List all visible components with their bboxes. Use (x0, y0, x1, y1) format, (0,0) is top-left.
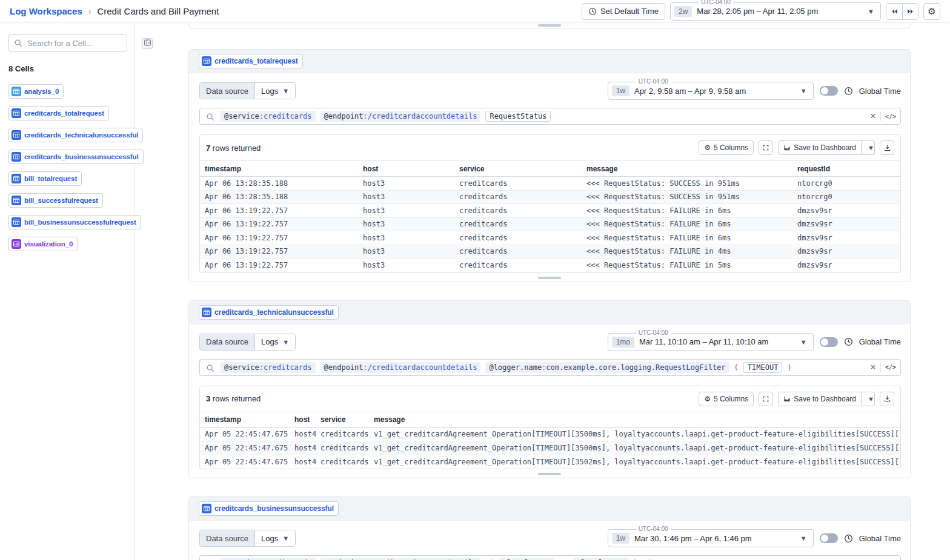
set-default-time-button[interactable]: Set Default Time (582, 3, 665, 20)
breadcrumb[interactable]: Log Workspaces (10, 6, 82, 16)
code-view-icon[interactable]: </> (885, 113, 896, 120)
table-cell-icon (12, 108, 21, 118)
query-token[interactable]: TIMEOUT (743, 362, 783, 373)
cell-name-pill[interactable]: creditcards_totalrequest (199, 54, 303, 68)
query-token[interactable]: @service:creditcards (221, 362, 316, 373)
table-cell: Apr 06 13:28:35.188 (200, 179, 363, 188)
table-cell: host3 (363, 247, 459, 255)
table-cell-icon (12, 152, 21, 162)
table-cell: Apr 06 13:19:22.757 (200, 220, 363, 228)
query-search-bar[interactable]: @service:creditcards @endpoint:/creditca… (199, 359, 901, 376)
table-row[interactable]: Apr 05 22:45:47.675host4creditcardsv1_ge… (200, 441, 900, 455)
save-to-dashboard-caret-button[interactable]: ▼ (862, 392, 875, 406)
table-row[interactable]: Apr 06 13:19:22.757host3creditcards<<< R… (200, 204, 900, 218)
time-shift-back-button[interactable] (886, 4, 902, 19)
cell-resize-handle[interactable] (538, 473, 561, 475)
query-token[interactable]: RequestStatus (485, 111, 551, 122)
table-row[interactable]: Apr 06 13:19:22.757host3creditcards<<< R… (200, 259, 900, 272)
table-row[interactable]: Apr 06 13:19:22.757host3creditcards<<< R… (200, 218, 900, 232)
cell-name-pill[interactable]: creditcards_technicalunsuccessful (199, 305, 339, 320)
query-token[interactable]: @endpoint:/creditcardaccountdetails (321, 362, 481, 373)
save-to-dashboard-button[interactable]: Save to Dashboard (778, 392, 862, 406)
query-operator[interactable]: ) (787, 363, 791, 372)
query-token[interactable]: @endpoint:/creditcardaccountdetails (321, 111, 481, 122)
table-row[interactable]: Apr 06 13:19:22.757host3creditcards<<< R… (200, 231, 900, 245)
code-view-icon[interactable]: </> (885, 364, 896, 371)
table-cell: host4 (294, 458, 321, 466)
expand-button[interactable] (759, 392, 773, 406)
query-operator[interactable]: ( (734, 363, 739, 372)
sidebar-item-analysis-0[interactable]: analysis_0 (8, 84, 64, 99)
expand-button[interactable] (759, 140, 773, 155)
chevron-down-icon: ▼ (868, 8, 874, 15)
data-source-select[interactable]: Logs ▼ (255, 334, 295, 350)
table-cell: dmzsv9sr (797, 220, 900, 228)
columns-button[interactable]: ⚙5 Columns (699, 392, 754, 406)
global-time-label: Global Time (859, 534, 901, 543)
query-search-bar[interactable]: @service:creditcards @endpoint:/creditca… (199, 555, 901, 560)
cell-time-picker[interactable]: UTC-04:00 1mo Mar 11, 10:10 am – Apr 11,… (608, 333, 814, 351)
query-token[interactable]: @endpoint:/creditcardaccountdetails (321, 558, 481, 560)
table-cell: creditcards (459, 193, 586, 201)
clear-query-icon[interactable]: × (870, 363, 876, 372)
rows-returned-label: 3 rows returned (206, 394, 261, 403)
table-row[interactable]: Apr 05 22:45:47.675host4creditcardsv1_ge… (200, 455, 900, 469)
global-time-toggle[interactable] (820, 86, 838, 96)
clock-icon (588, 7, 597, 16)
data-source-select[interactable]: Logs ▼ (255, 530, 295, 546)
table-cell: <<< RequestStatus: FAILURE in 6ms (586, 220, 797, 228)
table-cell-icon (12, 130, 21, 140)
sidebar-item-bill-businessunsuccessfulrequest[interactable]: bill_businessunsuccessfulrequest (8, 215, 141, 229)
query-token[interactable]: @service:creditcards (221, 111, 316, 122)
data-source-control: Data source Logs ▼ (199, 334, 296, 351)
global-time-toggle[interactable] (820, 533, 838, 543)
sidebar-item-creditcards-technicalunsuccessful[interactable]: creditcards_technicalunsuccessful (8, 128, 143, 142)
panel-collapse-icon (144, 38, 151, 49)
table-row[interactable]: Apr 06 13:19:22.757host3creditcards<<< R… (200, 245, 900, 259)
download-button[interactable] (880, 140, 894, 155)
global-time-picker[interactable]: UTC-04:00 2w Mar 28, 2:05 pm – Apr 11, 2… (670, 2, 881, 21)
cell-name-pill[interactable]: creditcards_businessunsuccessful (199, 501, 339, 516)
search-cell-input[interactable] (8, 34, 127, 52)
columns-button[interactable]: ⚙5 Columns (699, 140, 754, 155)
download-button[interactable] (880, 392, 894, 406)
bar-chart-icon (12, 239, 21, 249)
query-token[interactable]: @level:WARN (573, 558, 629, 560)
global-time-label: Global Time (859, 87, 901, 96)
table-cell: <<< RequestStatus: SUCCESS in 951ms (586, 179, 797, 188)
sidebar-item-bill-successfulrequest[interactable]: bill_successfulrequest (8, 193, 103, 208)
table-cell-icon (202, 56, 211, 66)
column-header: service (321, 415, 374, 424)
save-to-dashboard-button[interactable]: Save to Dashboard (778, 140, 862, 155)
query-token[interactable]: @logger.name:com.example.core.logging.Re… (485, 362, 729, 373)
settings-gear-button[interactable]: ⚙ (923, 3, 940, 20)
global-time-toggle[interactable] (820, 337, 838, 347)
table-row[interactable]: Apr 06 13:28:35.188host3creditcards<<< R… (200, 177, 900, 191)
query-token[interactable]: @level:INFO (499, 558, 555, 560)
table-cell: host4 (294, 430, 321, 438)
sidebar-item-visualization-0[interactable]: visualization_0 (8, 237, 78, 251)
dashboard-icon (783, 144, 791, 151)
time-shift-forward-button[interactable] (902, 4, 918, 19)
query-token[interactable]: @service:creditcards (221, 558, 316, 560)
table-header-row: timestamp host service message (200, 412, 900, 428)
cell-resize-handle[interactable] (538, 277, 561, 279)
cell-resize-handle[interactable] (538, 24, 561, 27)
cell-time-picker[interactable]: UTC-04:00 1w Apr 2, 9:58 am – Apr 9, 9:5… (608, 82, 814, 100)
table-cell: host3 (363, 206, 459, 215)
table-cell: <<< RequestStatus: FAILURE in 6ms (586, 234, 797, 242)
table-header-row: timestamp host service message requestId (200, 161, 900, 177)
sidebar-item-creditcards-businessunsuccessful[interactable]: creditcards_businessunsuccessful (8, 150, 144, 164)
sidebar-item-bill-totalrequest[interactable]: bill_totalrequest (8, 171, 82, 186)
collapse-sidebar-button[interactable] (142, 38, 153, 49)
data-source-select[interactable]: Logs ▼ (255, 83, 295, 99)
cell-header: creditcards_businessunsuccessful (189, 497, 910, 521)
table-row[interactable]: Apr 06 13:28:35.188host3creditcards<<< R… (200, 191, 900, 205)
query-search-bar[interactable]: @service:creditcards @endpoint:/creditca… (199, 108, 901, 125)
clock-icon (844, 534, 853, 543)
clear-query-icon[interactable]: × (870, 112, 876, 120)
save-to-dashboard-caret-button[interactable]: ▼ (862, 140, 875, 155)
cell-time-picker[interactable]: UTC-04:00 1w Mar 30, 1:46 pm – Apr 6, 1:… (608, 529, 814, 547)
table-row[interactable]: Apr 05 22:45:47.675host4creditcardsv1_ge… (200, 428, 900, 442)
sidebar-item-creditcards-totalrequest[interactable]: creditcards_totalrequest (8, 106, 109, 120)
